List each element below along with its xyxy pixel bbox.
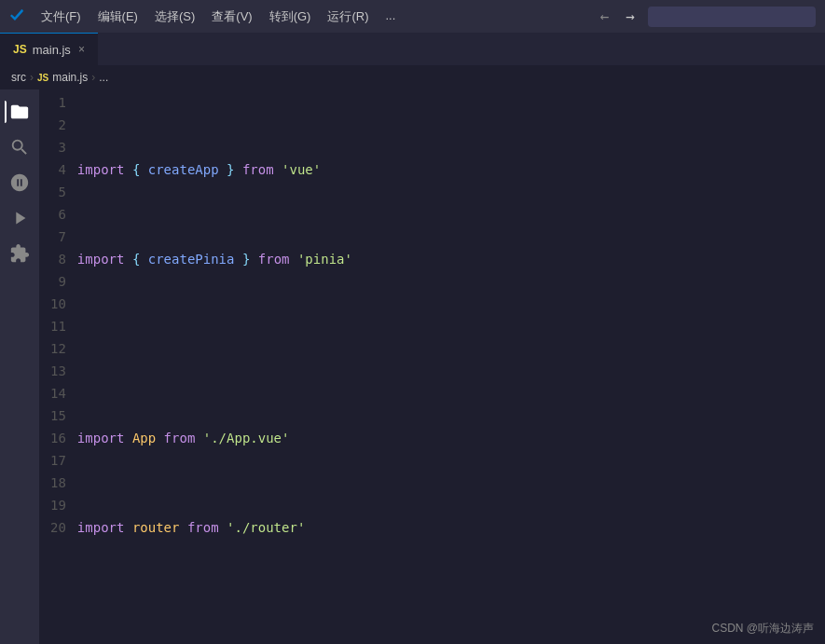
menu-goto[interactable]: 转到(G) (262, 5, 319, 29)
menu-bar: 文件(F) 编辑(E) 选择(S) 查看(V) 转到(G) 运行(R) ... (34, 5, 589, 29)
code-container: 1 2 3 4 5 6 7 8 9 10 11 12 13 14 15 16 1… (39, 89, 825, 644)
code-line-1: import { createApp } from 'vue' (77, 158, 825, 181)
activity-git-icon[interactable] (5, 168, 34, 198)
title-bar: 文件(F) 编辑(E) 选择(S) 查看(V) 转到(G) 运行(R) ... … (0, 0, 825, 33)
activity-extensions-icon[interactable] (5, 239, 34, 268)
code-line-5: import router from './router' (77, 516, 825, 539)
activity-search-icon[interactable] (5, 132, 34, 162)
nav-back-icon[interactable]: ← (597, 6, 613, 27)
search-input[interactable] (648, 7, 816, 27)
line-numbers: 1 2 3 4 5 6 7 8 9 10 11 12 13 14 15 16 1… (39, 89, 77, 644)
breadcrumb-dots: ... (99, 71, 108, 84)
code-line-3 (77, 337, 825, 360)
breadcrumb-js-icon: JS (37, 73, 48, 83)
title-bar-right: ← → (597, 6, 816, 27)
watermark: CSDN @听海边涛声 (711, 621, 814, 637)
breadcrumb-sep2: › (91, 71, 95, 84)
breadcrumb-file: main.js (52, 71, 88, 84)
activity-bar (0, 89, 39, 644)
activity-files-icon[interactable] (5, 97, 34, 127)
code-line-2: import { createPinia } from 'pinia' (77, 248, 825, 270)
menu-more[interactable]: ... (378, 5, 403, 29)
menu-view[interactable]: 查看(V) (204, 5, 259, 29)
tab-main-js[interactable]: JS main.js × (0, 33, 98, 65)
vscode-icon (9, 8, 26, 25)
main-layout: 1 2 3 4 5 6 7 8 9 10 11 12 13 14 15 16 1… (0, 89, 825, 644)
code-content: import { createApp } from 'vue' import {… (77, 89, 825, 644)
tab-filename: main.js (33, 43, 71, 57)
breadcrumb: src › JS main.js › ... (0, 65, 825, 89)
tab-bar: JS main.js × (0, 33, 825, 65)
tab-close-button[interactable]: × (78, 43, 85, 56)
breadcrumb-sep1: › (30, 71, 34, 84)
js-file-icon: JS (13, 43, 27, 56)
activity-debug-icon[interactable] (5, 203, 34, 233)
editor-area[interactable]: 1 2 3 4 5 6 7 8 9 10 11 12 13 14 15 16 1… (39, 89, 825, 644)
menu-file[interactable]: 文件(F) (34, 5, 89, 29)
breadcrumb-src: src (11, 71, 26, 84)
code-line-4: import App from './App.vue' (77, 427, 825, 449)
menu-run[interactable]: 运行(R) (320, 5, 376, 29)
menu-select[interactable]: 选择(S) (147, 5, 202, 29)
menu-edit[interactable]: 编辑(E) (90, 5, 145, 29)
nav-forward-icon[interactable]: → (622, 6, 639, 27)
